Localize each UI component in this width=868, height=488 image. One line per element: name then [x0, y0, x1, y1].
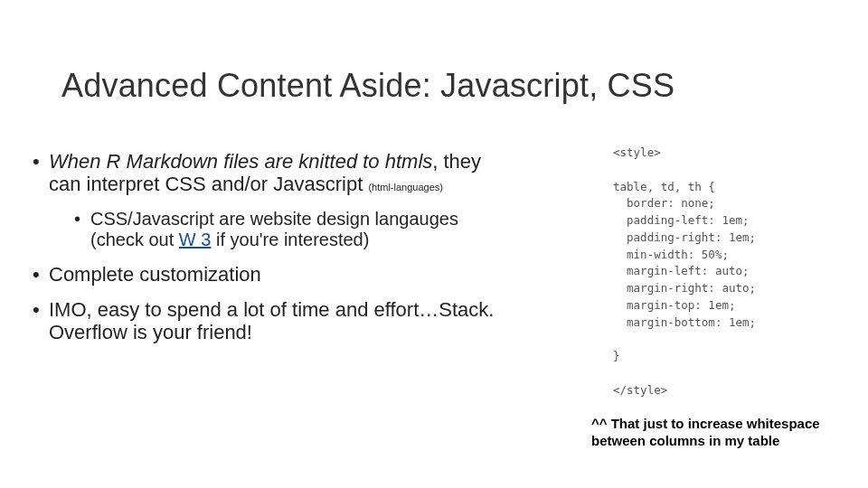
code-caption: ^^ That just to increase whitespace betw… [591, 416, 844, 450]
bullet-1: • When R Markdown files are knitted to h… [33, 150, 512, 196]
bullet-1-small: (html-languages) [368, 182, 443, 192]
bullet-dot: • [74, 209, 90, 250]
bullet-dot: • [33, 298, 49, 344]
bullet-dot: • [33, 263, 49, 286]
bullet-3-text: IMO, easy to spend a lot of time and eff… [49, 298, 512, 344]
bullet-1-emphasis: When R Markdown files are knitted to htm… [49, 150, 432, 173]
slide: Advanced Content Aside: Javascript, CSS … [0, 0, 868, 488]
bullet-list: • When R Markdown files are knitted to h… [33, 150, 512, 356]
css-code-block: <style> table, td, th { border: none; pa… [613, 145, 839, 399]
bullet-2-text: Complete customization [49, 263, 512, 286]
slide-title: Advanced Content Aside: Javascript, CSS [61, 67, 675, 105]
sub-post: if you're interested) [211, 230, 369, 249]
bullet-dot: • [33, 150, 49, 196]
bullet-1-sub-text: CSS/Javascript are website design langau… [90, 209, 512, 250]
bullet-2: • Complete customization [33, 263, 512, 286]
bullet-1-sub: • CSS/Javascript are website design lang… [74, 209, 512, 250]
bullet-1-text: When R Markdown files are knitted to htm… [49, 150, 512, 196]
w3-link[interactable]: W 3 [179, 230, 212, 249]
bullet-3: • IMO, easy to spend a lot of time and e… [33, 298, 512, 344]
